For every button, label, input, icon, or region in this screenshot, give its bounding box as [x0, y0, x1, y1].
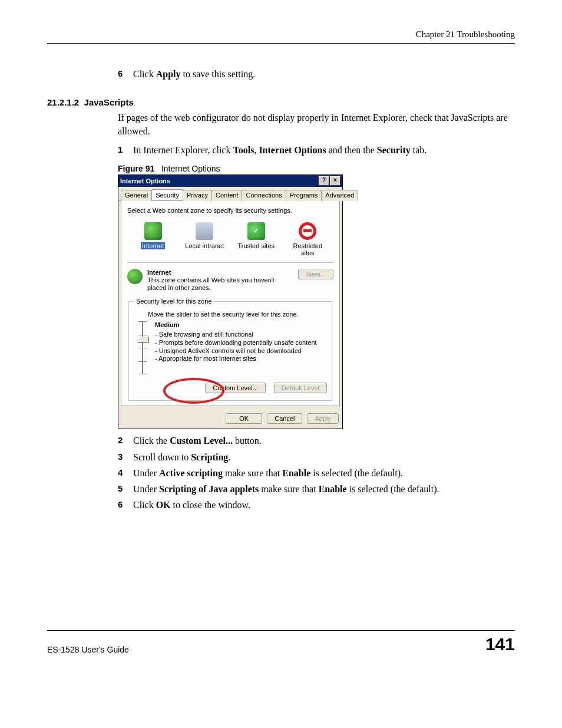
rule-top: [47, 43, 515, 44]
apply-button[interactable]: Apply: [307, 413, 339, 424]
step-text: In Internet Explorer, click Tools, Inter…: [133, 145, 427, 155]
chapter-header: Chapter 21 Troubleshooting: [47, 29, 515, 39]
list-item: 5Under Scripting of Java applets make su…: [118, 482, 515, 496]
security-panel: Select a Web content zone to specify its…: [121, 201, 340, 407]
page-footer: ES-1528 User's Guide 141: [47, 625, 515, 654]
page-number: 141: [485, 634, 515, 654]
zone-row: Internet Local intranet ✓ Trusted sites …: [127, 219, 333, 263]
help-button[interactable]: ?: [319, 176, 329, 186]
zone-trusted-sites[interactable]: ✓ Trusted sites: [236, 222, 277, 256]
list-item: 2Click the Custom Level... button.: [118, 434, 515, 447]
section-intro: If pages of the web configurator do not …: [118, 111, 515, 138]
globe-icon: [127, 269, 143, 284]
rule-bottom: [47, 630, 515, 631]
zone-description: Internet This zone contains all Web site…: [127, 269, 333, 292]
security-level-text: Medium - Safe browsing and still functio…: [155, 321, 317, 374]
sites-button[interactable]: Sites...: [298, 269, 333, 279]
default-level-button[interactable]: Default Level: [274, 383, 327, 393]
section-heading: 21.2.1.2 JavaScripts: [47, 97, 515, 107]
zone-restricted-sites[interactable]: Restricted sites: [287, 222, 328, 256]
step-number: 1: [118, 143, 123, 156]
tab-connections[interactable]: Connections: [242, 190, 286, 201]
close-button[interactable]: ×: [330, 176, 340, 186]
zone-desc-title: Internet: [147, 269, 171, 276]
cancel-button[interactable]: Cancel: [267, 413, 302, 424]
footer-guide: ES-1528 User's Guide: [47, 645, 129, 654]
tab-programs[interactable]: Programs: [286, 190, 322, 201]
restricted-icon: [299, 222, 316, 240]
zone-hint: Select a Web content zone to specify its…: [127, 207, 333, 214]
list-item: 6Click OK to close the window.: [118, 498, 515, 512]
list-item: 3Scroll down to Scripting.: [118, 450, 515, 464]
dialog-title: Internet Options: [120, 177, 170, 185]
step-number: 6: [118, 67, 123, 80]
ok-button[interactable]: OK: [226, 413, 262, 424]
zone-internet[interactable]: Internet: [133, 222, 174, 256]
dialog-tabs: General Security Privacy Content Connect…: [118, 187, 342, 201]
zone-local-intranet[interactable]: Local intranet: [184, 222, 225, 256]
security-level-group: Security level for this zone Move the sl…: [128, 298, 332, 401]
dialog-button-row: OK Cancel Apply: [118, 409, 342, 429]
dialog-titlebar: Internet Options ? ×: [118, 175, 342, 187]
pre-steps-list: 6 Click Apply to save this setting.: [118, 67, 515, 81]
zone-desc-text: This zone contains all Web sites you hav…: [147, 276, 275, 291]
intranet-icon: [196, 222, 213, 240]
list-item: 1 In Internet Explorer, click Tools, Int…: [118, 143, 515, 157]
globe-icon: [144, 222, 162, 240]
steps-b-list: 2Click the Custom Level... button. 3Scro…: [118, 434, 515, 512]
tab-security[interactable]: Security: [151, 189, 183, 200]
list-item: 6 Click Apply to save this setting.: [118, 67, 515, 81]
steps-a-list: 1 In Internet Explorer, click Tools, Int…: [118, 143, 515, 157]
slider-hint: Move the slider to set the security leve…: [148, 311, 327, 318]
custom-level-button[interactable]: Custom Level...: [205, 383, 265, 393]
tab-privacy[interactable]: Privacy: [183, 190, 212, 201]
trusted-icon: ✓: [247, 222, 265, 240]
step-text: Click Apply to save this setting.: [133, 69, 255, 79]
tab-general[interactable]: General: [121, 190, 152, 201]
tab-advanced[interactable]: Advanced: [321, 190, 358, 201]
list-item: 4Under Active scripting make sure that E…: [118, 466, 515, 480]
figure-caption: Figure 91 Internet Options: [118, 164, 515, 173]
security-level-legend: Security level for this zone: [134, 298, 214, 305]
internet-options-dialog: Internet Options ? × General Security Pr…: [118, 174, 343, 430]
security-slider[interactable]: [137, 321, 148, 374]
tab-content[interactable]: Content: [211, 190, 243, 201]
